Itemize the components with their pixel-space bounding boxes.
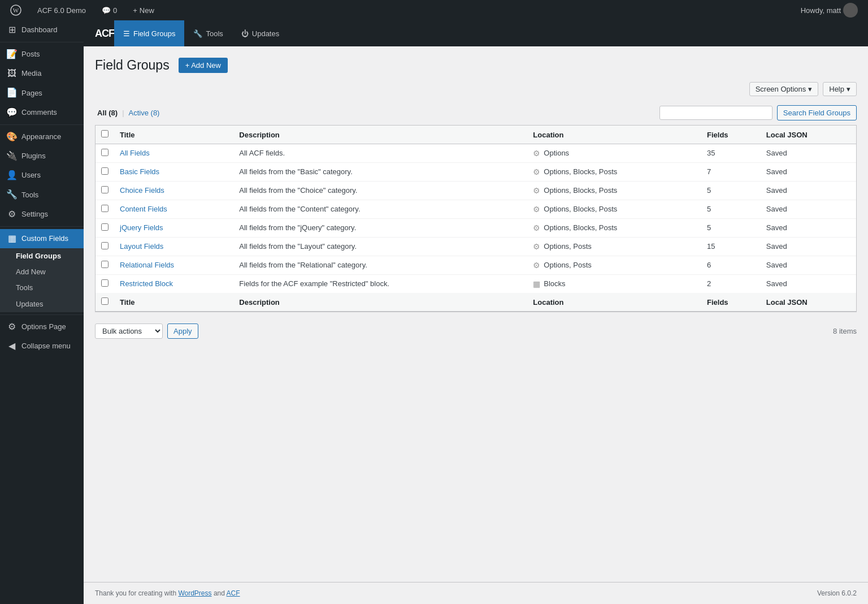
sidebar-submenu-add-new[interactable]: Add New bbox=[0, 264, 84, 280]
row-checkbox[interactable] bbox=[101, 223, 108, 231]
sidebar-item-settings[interactable]: ⚙ Settings bbox=[0, 205, 84, 224]
row-checkbox[interactable] bbox=[101, 242, 108, 249]
sidebar-item-users[interactable]: 👤 Users bbox=[0, 166, 84, 185]
table-row: Content Fields All fields from the "Cont… bbox=[96, 200, 856, 219]
sidebar-item-options-page[interactable]: ⚙ Options Page bbox=[0, 317, 84, 336]
sidebar-item-pages[interactable]: 📄 Pages bbox=[0, 84, 84, 103]
row-title-link[interactable]: Content Fields bbox=[120, 205, 167, 213]
sidebar-submenu-updates[interactable]: Updates bbox=[0, 296, 84, 312]
sidebar-item-label: Settings bbox=[21, 209, 48, 219]
sidebar-item-tools[interactable]: 🔧 Tools bbox=[0, 185, 84, 205]
collapse-icon: ◀ bbox=[7, 341, 17, 351]
row-title-cell: Basic Fields bbox=[114, 163, 233, 182]
row-checkbox-cell bbox=[96, 238, 114, 256]
acf-link[interactable]: ACF bbox=[227, 589, 240, 597]
row-local-json: Saved bbox=[766, 167, 787, 176]
sidebar-item-dashboard[interactable]: ⊞ Dashboard bbox=[0, 20, 84, 40]
dashboard-icon: ⊞ bbox=[7, 25, 17, 35]
sidebar: ⊞ Dashboard 📝 Posts 🖼 Media 📄 Pages 💬 Co… bbox=[0, 20, 84, 604]
row-title-cell: All Fields bbox=[114, 144, 233, 163]
row-local-json-cell: Saved bbox=[761, 275, 856, 294]
help-button[interactable]: Help ▾ bbox=[823, 82, 857, 96]
select-all-footer-checkbox[interactable] bbox=[101, 297, 108, 305]
comments-link[interactable]: 💬 0 bbox=[98, 0, 120, 20]
row-local-json-cell: Saved bbox=[761, 182, 856, 200]
sidebar-collapse-menu[interactable]: ◀ Collapse menu bbox=[0, 336, 84, 356]
users-icon: 👤 bbox=[7, 170, 17, 180]
row-location-cell: ⚙ Options, Blocks, Posts bbox=[527, 219, 701, 238]
screen-options-label: Screen Options bbox=[756, 85, 806, 93]
acf-nav-tools[interactable]: 🔧 Tools bbox=[184, 20, 232, 46]
sidebar-item-comments[interactable]: 💬 Comments bbox=[0, 103, 84, 122]
row-title-link[interactable]: Basic Fields bbox=[120, 167, 159, 176]
acf-nav-updates[interactable]: ⏻ Updates bbox=[232, 20, 288, 46]
sidebar-item-appearance[interactable]: 🎨 Appearance bbox=[0, 127, 84, 146]
row-checkbox[interactable] bbox=[101, 205, 108, 212]
sidebar-submenu-field-groups[interactable]: Field Groups bbox=[0, 248, 84, 264]
row-checkbox[interactable] bbox=[101, 167, 108, 175]
apply-button[interactable]: Apply bbox=[167, 323, 198, 339]
search-button[interactable]: Search Field Groups bbox=[777, 105, 857, 120]
row-checkbox[interactable] bbox=[101, 149, 108, 156]
sidebar-item-plugins[interactable]: 🔌 Plugins bbox=[0, 146, 84, 166]
gear-icon: ⚙ bbox=[533, 149, 540, 158]
row-fields-count: 5 bbox=[707, 205, 711, 213]
sidebar-item-custom-fields[interactable]: ▦ Custom Fields bbox=[0, 229, 84, 248]
filter-bar: All (8) | Active (8) Search Field Groups bbox=[95, 101, 857, 125]
header-title: Title bbox=[114, 126, 233, 144]
sidebar-item-media[interactable]: 🖼 Media bbox=[0, 64, 84, 83]
row-location-cell: ⚙ Options, Blocks, Posts bbox=[527, 163, 701, 182]
row-title-link[interactable]: All Fields bbox=[120, 149, 150, 157]
row-description-cell: All fields from the "Basic" category. bbox=[233, 163, 527, 182]
row-title-link[interactable]: Choice Fields bbox=[120, 186, 164, 195]
gear-icon: ⚙ bbox=[533, 261, 540, 270]
row-title-link[interactable]: Relational Fields bbox=[120, 261, 174, 269]
row-description: Fields for the ACF example "Restricted" … bbox=[239, 279, 389, 288]
row-title-link[interactable]: Layout Fields bbox=[120, 242, 163, 251]
filter-active-link[interactable]: Active (8) bbox=[127, 107, 162, 118]
chevron-down-icon: ▾ bbox=[808, 85, 812, 93]
acf-nav-field-groups[interactable]: ☰ Field Groups bbox=[114, 20, 184, 46]
wp-logo-link[interactable]: W bbox=[7, 0, 25, 20]
admin-bar: W ACF 6.0 Demo 💬 0 + New Howdy, matt bbox=[0, 0, 868, 20]
row-fields-count: 15 bbox=[707, 242, 715, 251]
howdy-link[interactable]: Howdy, matt bbox=[797, 0, 861, 20]
bulk-actions-select[interactable]: Bulk actions bbox=[95, 323, 163, 339]
row-location-cell: ⚙ Options bbox=[527, 144, 701, 163]
wordpress-link[interactable]: WordPress bbox=[178, 589, 211, 597]
sidebar-item-posts[interactable]: 📝 Posts bbox=[0, 45, 84, 64]
sidebar-item-label: Dashboard bbox=[21, 25, 58, 35]
row-description: All fields from the "Content" category. bbox=[239, 205, 360, 213]
table-row: Layout Fields All fields from the "Layou… bbox=[96, 238, 856, 256]
row-checkbox[interactable] bbox=[101, 261, 108, 268]
add-new-button[interactable]: + Add New bbox=[179, 58, 228, 73]
plugins-icon: 🔌 bbox=[7, 151, 17, 161]
new-item-link[interactable]: + New bbox=[129, 0, 158, 20]
row-title-link[interactable]: Restricted Block bbox=[120, 279, 173, 288]
sidebar-submenu-tools[interactable]: Tools bbox=[0, 280, 84, 296]
row-checkbox[interactable] bbox=[101, 279, 108, 287]
howdy-text: Howdy, matt bbox=[801, 6, 841, 15]
submenu-label: Add New bbox=[16, 267, 46, 277]
table-row: Basic Fields All fields from the "Basic"… bbox=[96, 163, 856, 182]
row-location-cell: ⚙ Options, Posts bbox=[527, 256, 701, 275]
row-description-cell: All fields from the "Choice" category. bbox=[233, 182, 527, 200]
row-title-link[interactable]: jQuery Fields bbox=[120, 223, 163, 232]
row-location-cell: ▦ Blocks bbox=[527, 275, 701, 294]
screen-options-button[interactable]: Screen Options ▾ bbox=[749, 82, 819, 96]
row-local-json-cell: Saved bbox=[761, 200, 856, 219]
gear-icon: ⚙ bbox=[533, 205, 540, 214]
filter-all-link[interactable]: All (8) bbox=[95, 107, 120, 118]
page-title: Field Groups bbox=[95, 58, 170, 73]
site-name-link[interactable]: ACF 6.0 Demo bbox=[34, 0, 89, 20]
row-title-cell: Relational Fields bbox=[114, 256, 233, 275]
row-fields-cell: 7 bbox=[701, 163, 761, 182]
search-input[interactable] bbox=[659, 106, 772, 120]
row-location-cell: ⚙ Options, Blocks, Posts bbox=[527, 182, 701, 200]
row-location: Options, Posts bbox=[544, 261, 592, 269]
select-all-checkbox[interactable] bbox=[101, 130, 108, 137]
sidebar-item-label: Posts bbox=[21, 49, 40, 59]
row-checkbox[interactable] bbox=[101, 186, 108, 193]
row-location: Options, Blocks, Posts bbox=[544, 186, 617, 195]
footer-thanks: Thank you for creating with WordPress an… bbox=[95, 589, 240, 597]
